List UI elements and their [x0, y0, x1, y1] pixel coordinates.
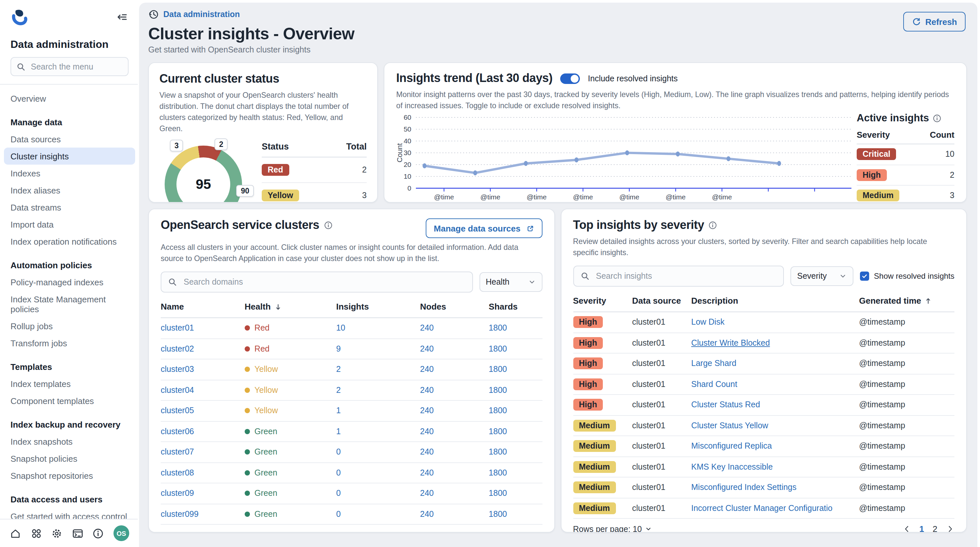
sidebar-item-indexes[interactable]: Indexes: [11, 165, 129, 182]
sidebar-item-ism-policies[interactable]: Index State Management policies: [11, 291, 129, 318]
insights-search-input[interactable]: [595, 271, 777, 281]
page-1[interactable]: 1: [920, 524, 924, 533]
checkbox-checked-icon[interactable]: [860, 272, 869, 281]
sidebar-item-component-templates[interactable]: Component templates: [11, 392, 129, 409]
cluster-name-link[interactable]: cluster05: [161, 406, 245, 415]
sidebar-item-snapshot-repositories[interactable]: Snapshot repositories: [11, 467, 129, 484]
insights-count-link[interactable]: 2: [336, 365, 420, 374]
shards-count-link[interactable]: 1800: [489, 365, 542, 374]
domains-search-input[interactable]: [182, 277, 465, 287]
breadcrumb[interactable]: Data administration: [148, 9, 967, 20]
nodes-count-link[interactable]: 240: [420, 468, 489, 477]
next-page-button[interactable]: [534, 531, 542, 533]
cluster-name-link[interactable]: cluster04: [161, 386, 245, 395]
shards-count-link[interactable]: 1800: [489, 386, 542, 395]
shards-count-link[interactable]: 1800: [489, 344, 542, 353]
cluster-name-link[interactable]: cluster08: [161, 468, 245, 477]
prev-page-button[interactable]: [902, 525, 911, 533]
breadcrumb-label[interactable]: Data administration: [163, 10, 240, 19]
col-insights[interactable]: Insights: [336, 302, 420, 312]
sidebar-item-policy-managed-indexes[interactable]: Policy-managed indexes: [11, 274, 129, 291]
rows-per-page-button[interactable]: Rows per page: 10: [161, 530, 240, 533]
sidebar-item-rollup-jobs[interactable]: Rollup jobs: [11, 318, 129, 334]
apps-button[interactable]: [30, 528, 41, 539]
sidebar-item-data-streams[interactable]: Data streams: [11, 199, 129, 216]
page-2[interactable]: 2: [520, 530, 525, 533]
settings-button[interactable]: [51, 528, 62, 539]
cluster-name-link[interactable]: cluster03: [161, 365, 245, 374]
col-shards[interactable]: Shards: [489, 302, 542, 312]
col-severity[interactable]: Severity: [573, 296, 632, 305]
nodes-count-link[interactable]: 240: [420, 344, 489, 353]
toggle-label[interactable]: Include resolved insights: [588, 74, 678, 83]
show-resolved-checkbox[interactable]: Show resolved insights: [860, 272, 955, 281]
insights-count-link[interactable]: 2: [336, 386, 420, 395]
sidebar-search-input[interactable]: [30, 61, 123, 72]
insight-description-link[interactable]: Shard Count: [691, 380, 859, 389]
insight-description-link[interactable]: Incorrect Cluster Manager Configuratio: [691, 504, 859, 513]
nodes-count-link[interactable]: 240: [420, 427, 489, 436]
health-filter-select[interactable]: Health: [479, 272, 542, 292]
include-resolved-toggle[interactable]: [560, 73, 580, 84]
sidebar-item-index-templates[interactable]: Index templates: [11, 375, 129, 392]
manage-data-sources-button[interactable]: Manage data sources: [426, 218, 542, 238]
sidebar-item-snapshot-policies[interactable]: Snapshot policies: [11, 450, 129, 467]
page-2[interactable]: 2: [933, 524, 937, 533]
insights-count-link[interactable]: 1: [336, 427, 420, 436]
insight-description-link[interactable]: Cluster Write Blocked: [691, 339, 859, 348]
insight-description-link[interactable]: KMS Key Inaccessible: [691, 463, 859, 472]
rows-per-page-button[interactable]: Rows per page: 10: [573, 525, 652, 533]
info-button[interactable]: [93, 528, 104, 539]
severity-filter-select[interactable]: Severity: [791, 266, 854, 286]
info-icon[interactable]: [324, 221, 332, 229]
col-nodes[interactable]: Nodes: [420, 302, 489, 312]
nodes-count-link[interactable]: 240: [420, 386, 489, 395]
sidebar-search[interactable]: [11, 57, 129, 76]
shards-count-link[interactable]: 1800: [489, 489, 542, 498]
refresh-button[interactable]: Refresh: [903, 12, 966, 32]
nodes-count-link[interactable]: 240: [420, 324, 489, 333]
sidebar-item-cluster-insights[interactable]: Cluster insights: [4, 148, 135, 165]
sidebar-item-data-sources[interactable]: Data sources: [11, 130, 129, 148]
info-icon[interactable]: [709, 221, 717, 229]
user-avatar[interactable]: OS: [113, 525, 129, 541]
insight-description-link[interactable]: Low Disk: [691, 318, 859, 327]
shards-count-link[interactable]: 1800: [489, 427, 542, 436]
shards-count-link[interactable]: 1800: [489, 406, 542, 415]
cluster-name-link[interactable]: cluster09: [161, 489, 245, 498]
insights-search[interactable]: [573, 266, 784, 286]
nodes-count-link[interactable]: 240: [420, 489, 489, 498]
shards-count-link[interactable]: 1800: [489, 468, 542, 477]
insights-count-link[interactable]: 10: [336, 324, 420, 333]
next-page-button[interactable]: [946, 525, 955, 533]
cluster-name-link[interactable]: cluster099: [161, 510, 245, 519]
shards-count-link[interactable]: 1800: [489, 324, 542, 333]
console-button[interactable]: [72, 528, 83, 539]
insights-count-link[interactable]: 9: [336, 344, 420, 353]
col-health[interactable]: Health: [245, 302, 336, 312]
domains-search[interactable]: [161, 272, 473, 293]
col-generated-time[interactable]: Generated time: [859, 296, 955, 305]
cluster-name-link[interactable]: cluster07: [161, 448, 245, 457]
insights-count-link[interactable]: 0: [336, 510, 420, 519]
insights-count-link[interactable]: 0: [336, 489, 420, 498]
sidebar-collapse-button[interactable]: [115, 10, 129, 23]
insight-description-link[interactable]: Misconfigured Replica: [691, 442, 859, 451]
shards-count-link[interactable]: 1800: [489, 510, 542, 519]
info-icon[interactable]: [933, 114, 942, 122]
sidebar-item-index-snapshots[interactable]: Index snapshots: [11, 433, 129, 450]
insight-description-link[interactable]: Cluster Status Yellow: [691, 421, 859, 430]
insight-description-link[interactable]: Cluster Status Red: [691, 401, 859, 410]
sidebar-item-access-control[interactable]: Get started with access control: [11, 508, 129, 519]
page-1[interactable]: 1: [507, 530, 512, 533]
sidebar-item-index-operation-notifications[interactable]: Index operation notifications: [11, 233, 129, 250]
sidebar-item-index-aliases[interactable]: Index aliases: [11, 182, 129, 199]
nodes-count-link[interactable]: 240: [420, 365, 489, 374]
insights-count-link[interactable]: 0: [336, 448, 420, 457]
sidebar-item-transform-jobs[interactable]: Transform jobs: [11, 334, 129, 351]
insight-description-link[interactable]: Large Shard: [691, 359, 859, 368]
sidebar-item-import-data[interactable]: Import data: [11, 216, 129, 233]
insight-description-link[interactable]: Misconfigured Index Settings: [691, 483, 859, 492]
nodes-count-link[interactable]: 240: [420, 448, 489, 457]
col-description[interactable]: Description: [691, 296, 859, 305]
